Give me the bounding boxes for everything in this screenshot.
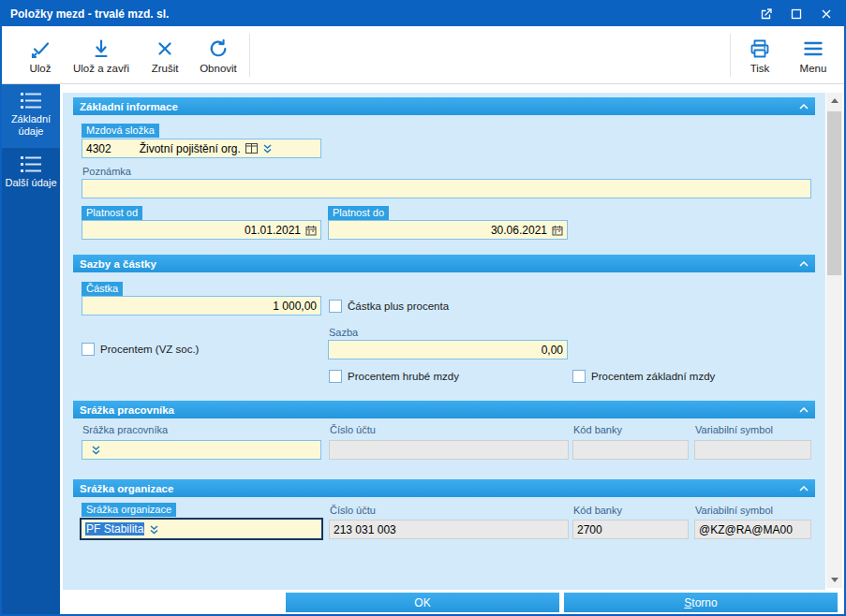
cancel-button[interactable]: Storno xyxy=(564,593,838,612)
collapse-chevron-icon[interactable] xyxy=(799,261,809,267)
org-var-symbol-value: @KZ@RA@MA00 xyxy=(699,523,793,536)
org-deduction-value: PF Stabilita xyxy=(85,522,144,535)
sidebar-item-label: Základní údaje xyxy=(5,113,57,138)
collapse-chevron-icon[interactable] xyxy=(799,486,809,491)
amount-input[interactable]: 1 000,00 xyxy=(82,296,321,315)
sidebar: Základní údaje Další údaje xyxy=(2,84,60,614)
scroll-down-icon xyxy=(831,578,839,582)
scroll-up-button[interactable] xyxy=(826,93,842,109)
employee-account-input[interactable] xyxy=(329,440,569,460)
list-icon xyxy=(21,93,41,109)
save-icon xyxy=(29,37,52,60)
dropdown-chevrons-icon[interactable] xyxy=(149,524,159,535)
rate-label: Sazba xyxy=(329,327,358,338)
save-button[interactable]: Ulož xyxy=(15,32,66,79)
org-var-symbol-input[interactable]: @KZ@RA@MA00 xyxy=(694,520,811,539)
checkbox-box xyxy=(572,370,586,383)
scrollbar-thumb[interactable] xyxy=(827,111,841,275)
checkbox-box xyxy=(329,370,342,383)
popout-button[interactable] xyxy=(754,5,779,23)
section-title: Srážka organizace xyxy=(80,483,173,494)
section-title: Základní informace xyxy=(80,101,178,112)
sidebar-item-zakladni-udaje[interactable]: Základní údaje xyxy=(2,84,60,148)
section-title: Srážka pracovníka xyxy=(80,404,174,416)
note-input[interactable] xyxy=(82,179,811,198)
sidebar-item-dalsi-udaje[interactable]: Další údaje xyxy=(2,148,60,199)
section-header-basic[interactable]: Základní informace xyxy=(73,97,815,115)
rate-input[interactable]: 0,00 xyxy=(328,340,568,359)
checkbox-box xyxy=(329,300,342,313)
calendar-icon[interactable] xyxy=(552,225,563,236)
vertical-scrollbar[interactable] xyxy=(826,93,842,588)
refresh-button-label: Obnovit xyxy=(200,63,237,74)
valid-to-label: Platnost do xyxy=(328,206,389,220)
dropdown-chevrons-icon[interactable] xyxy=(262,143,273,154)
wage-component-input[interactable]: 4302 Životní pojištění org. xyxy=(82,139,321,158)
scroll-up-icon xyxy=(831,98,839,103)
close-button[interactable] xyxy=(814,5,839,23)
save-close-icon xyxy=(90,37,112,60)
employee-deduction-select[interactable] xyxy=(82,440,321,460)
maximize-button[interactable] xyxy=(784,5,809,23)
percent-vz-checkbox[interactable]: Procentem (VZ soc.) xyxy=(82,342,199,357)
wage-component-name: Životní pojištění org. xyxy=(140,142,241,155)
save-and-close-button[interactable]: Ulož a zavři xyxy=(64,32,139,79)
form-panel: Základní informace Mzdová složka 4302 Ži… xyxy=(63,93,825,590)
dialog-window: Položky mezd - trvalé mzd. sl. Ulož Ul xyxy=(0,0,846,616)
employee-var-symbol-label: Variabilní symbol xyxy=(695,424,773,435)
valid-to-value: 30.06.2021 xyxy=(491,224,547,237)
scroll-down-button[interactable] xyxy=(826,572,842,588)
org-var-symbol-label: Variabilní symbol xyxy=(695,505,773,516)
org-bank-code-input[interactable]: 2700 xyxy=(572,520,689,539)
valid-from-input[interactable]: 01.01.2021 xyxy=(82,220,321,240)
titlebar: Položky mezd - trvalé mzd. sl. xyxy=(2,2,844,26)
percent-base-label: Procentem základní mzdy xyxy=(591,371,715,382)
maximize-icon xyxy=(791,8,802,20)
section-header-org-deduction[interactable]: Srážka organizace xyxy=(73,479,815,497)
ok-button[interactable]: OK xyxy=(286,593,559,612)
employee-account-label: Číslo účtu xyxy=(330,424,376,435)
amount-value: 1 000,00 xyxy=(273,300,317,313)
calendar-icon[interactable] xyxy=(305,225,317,236)
wage-component-label: Mzdová složka xyxy=(82,124,159,138)
window-title: Položky mezd - trvalé mzd. sl. xyxy=(10,7,169,21)
section-header-employee-deduction[interactable]: Srážka pracovníka xyxy=(73,401,815,418)
collapse-chevron-icon[interactable] xyxy=(799,104,809,110)
toolbar: Ulož Ulož a zavři Zrušit Obnovit T xyxy=(2,26,844,84)
amount-plus-percent-checkbox[interactable]: Částka plus procenta xyxy=(329,299,449,314)
percent-gross-checkbox[interactable]: Procentem hrubé mzdy xyxy=(329,369,459,384)
printer-icon xyxy=(749,37,771,60)
org-deduction-label: Srážka organizace xyxy=(82,503,176,517)
org-account-input[interactable]: 213 031 003 xyxy=(329,520,569,539)
cancel-button-label: Storno xyxy=(684,596,717,609)
menu-button-label: Menu xyxy=(800,63,827,74)
employee-bank-code-label: Kód banky xyxy=(573,424,622,435)
table-lookup-icon[interactable] xyxy=(245,143,258,154)
valid-from-value: 01.01.2021 xyxy=(245,224,301,237)
valid-to-input[interactable]: 30.06.2021 xyxy=(328,220,568,240)
toolbar-separator xyxy=(249,34,250,77)
collapse-chevron-icon[interactable] xyxy=(799,407,809,413)
employee-var-symbol-input[interactable] xyxy=(694,440,811,460)
section-header-rates[interactable]: Sazby a částky xyxy=(73,255,815,272)
percent-vz-label: Procentem (VZ soc.) xyxy=(100,344,199,355)
org-bank-code-value: 2700 xyxy=(577,523,602,536)
footer: OK Storno xyxy=(60,590,844,614)
percent-gross-label: Procentem hrubé mzdy xyxy=(348,371,459,382)
percent-base-checkbox[interactable]: Procentem základní mzdy xyxy=(572,369,715,384)
window-controls xyxy=(754,5,839,23)
valid-from-label: Platnost od xyxy=(82,206,142,220)
wage-component-code: 4302 xyxy=(86,142,111,155)
cancel-toolbar-button[interactable]: Zrušit xyxy=(141,32,189,79)
org-deduction-select[interactable]: PF Stabilita xyxy=(80,518,323,540)
org-account-label: Číslo účtu xyxy=(330,505,376,516)
close-icon xyxy=(821,8,832,20)
dropdown-chevrons-icon[interactable] xyxy=(91,445,101,455)
employee-bank-code-input[interactable] xyxy=(572,440,689,460)
cancel-x-icon xyxy=(154,37,176,60)
print-button[interactable]: Tisk xyxy=(735,32,784,79)
menu-button[interactable]: Menu xyxy=(789,32,838,79)
refresh-button[interactable]: Obnovit xyxy=(191,32,245,79)
sidebar-item-label: Další údaje xyxy=(5,177,57,189)
org-account-value: 213 031 003 xyxy=(334,523,396,536)
